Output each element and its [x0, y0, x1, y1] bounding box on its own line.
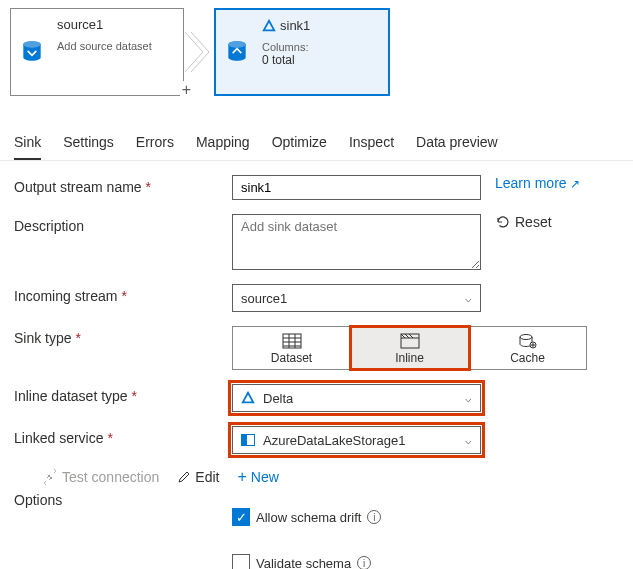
plus-icon: + — [237, 468, 246, 486]
inline-dataset-type-label: Inline dataset type — [14, 388, 128, 404]
inline-dataset-type-select[interactable]: Delta ⌵ — [232, 384, 481, 412]
sink-columns-value: 0 total — [262, 53, 378, 67]
database-icon — [216, 10, 258, 94]
sink-node[interactable]: sink1 Columns: 0 total — [214, 8, 390, 96]
output-stream-input[interactable] — [232, 175, 481, 200]
svg-point-6 — [520, 335, 532, 340]
tab-inspect[interactable]: Inspect — [349, 124, 394, 160]
table-icon — [282, 333, 302, 349]
sink-type-segmented: Dataset Inline Cache — [232, 326, 587, 370]
required-marker: * — [75, 330, 80, 346]
linked-service-select[interactable]: AzureDataLakeStorage1 ⌵ — [232, 426, 481, 454]
incoming-stream-label: Incoming stream — [14, 288, 117, 304]
sink-title: sink1 — [280, 18, 310, 33]
info-icon[interactable]: i — [367, 510, 381, 524]
tab-optimize[interactable]: Optimize — [272, 124, 327, 160]
tab-data-preview[interactable]: Data preview — [416, 124, 498, 160]
description-label: Description — [14, 218, 84, 234]
sink-type-inline[interactable]: Inline — [351, 327, 469, 369]
dataflow-canvas: source1 Add source dataset + sink1 Colum… — [0, 0, 633, 100]
tab-settings[interactable]: Settings — [63, 124, 114, 160]
learn-more-link[interactable]: Learn more — [495, 175, 580, 191]
add-transform-button[interactable]: + — [180, 81, 193, 99]
delta-icon — [241, 391, 255, 405]
new-button[interactable]: + New — [237, 468, 278, 486]
chevron-down-icon: ⌵ — [465, 392, 472, 405]
tab-bar: Sink Settings Errors Mapping Optimize In… — [0, 124, 633, 161]
description-textarea[interactable] — [232, 214, 481, 270]
svg-point-1 — [23, 41, 40, 48]
required-marker: * — [107, 430, 112, 446]
sink-form: Output stream name * Learn more Descript… — [0, 161, 633, 569]
reset-icon — [495, 214, 511, 230]
delta-icon — [262, 19, 276, 33]
info-icon[interactable]: i — [357, 556, 371, 569]
output-stream-label: Output stream name — [14, 179, 142, 195]
source-subtitle: Add source dataset — [57, 40, 173, 52]
validate-schema-checkbox[interactable] — [232, 554, 250, 569]
required-marker: * — [146, 179, 151, 195]
test-connection-button: Test connection — [42, 469, 159, 485]
sink-type-label: Sink type — [14, 330, 72, 346]
source-node[interactable]: source1 Add source dataset + — [10, 8, 184, 96]
tab-errors[interactable]: Errors — [136, 124, 174, 160]
chevron-down-icon: ⌵ — [465, 434, 472, 447]
options-label: Options — [14, 492, 62, 508]
plug-icon — [42, 469, 58, 485]
allow-schema-drift-label: Allow schema drift — [256, 510, 361, 525]
required-marker: * — [132, 388, 137, 404]
storage-icon — [241, 434, 255, 446]
source-title: source1 — [57, 17, 173, 32]
edit-button[interactable]: Edit — [177, 469, 219, 485]
svg-point-3 — [228, 41, 245, 48]
sink-type-dataset[interactable]: Dataset — [233, 327, 351, 369]
cache-icon — [518, 333, 538, 349]
tab-sink[interactable]: Sink — [14, 124, 41, 160]
pencil-icon — [177, 470, 191, 484]
required-marker: * — [121, 288, 126, 304]
sink-columns-label: Columns: — [262, 41, 378, 53]
chevron-down-icon: ⌵ — [465, 292, 472, 305]
sink-type-cache[interactable]: Cache — [469, 327, 586, 369]
inline-icon — [400, 333, 420, 349]
incoming-stream-select[interactable]: source1 ⌵ — [232, 284, 481, 312]
database-icon — [11, 9, 53, 95]
allow-schema-drift-checkbox[interactable]: ✓ — [232, 508, 250, 526]
reset-button[interactable]: Reset — [495, 214, 552, 230]
linked-service-label: Linked service — [14, 430, 104, 446]
tab-mapping[interactable]: Mapping — [196, 124, 250, 160]
validate-schema-label: Validate schema — [256, 556, 351, 570]
